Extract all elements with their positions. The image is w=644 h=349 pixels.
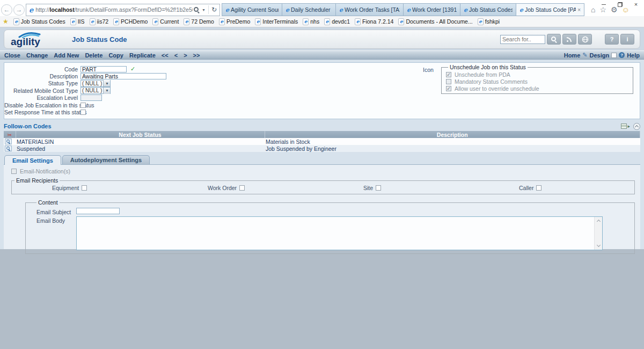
next-job-status-cell: MATERIALSIN bbox=[16, 138, 265, 145]
add-favorite-icon[interactable]: ★ bbox=[3, 18, 9, 25]
code-field[interactable] bbox=[80, 66, 127, 72]
scroll-down-icon[interactable] bbox=[595, 242, 603, 250]
web-button[interactable] bbox=[578, 34, 592, 45]
table-row-materialsin[interactable]: MATERIALSIN Materials in Stock bbox=[4, 138, 640, 145]
work-order-checkbox[interactable] bbox=[239, 185, 245, 191]
followon-header: Follow-on Codes ▸ bbox=[4, 121, 640, 131]
refresh-icon[interactable]: ↻ bbox=[211, 6, 217, 13]
settings-tabstrip: Email Settings Autodeployment Settings bbox=[4, 155, 640, 164]
export-icon[interactable]: ▸ bbox=[621, 123, 630, 129]
address-bar[interactable]: e http://localhost/trunk/DetailForm.aspx… bbox=[26, 4, 220, 16]
last-record-button[interactable]: >> bbox=[193, 52, 200, 59]
bookmark-devdc1[interactable]: edevdc1 bbox=[324, 18, 350, 25]
collapse-icon[interactable] bbox=[633, 123, 640, 130]
open-record-icon[interactable] bbox=[5, 139, 12, 144]
browser-tab-job-status-codes[interactable]: eJob Status Codes bbox=[460, 3, 516, 16]
description-column: Description bbox=[265, 131, 640, 138]
bookmark-fiona[interactable]: eFiona 7.2.14 bbox=[355, 18, 393, 25]
bookmark-fshkpi[interactable]: efshkpi bbox=[478, 18, 500, 25]
ie-bookmark-icon: e bbox=[303, 18, 309, 25]
bookmark-current[interactable]: eCurrent bbox=[152, 18, 179, 25]
copy-button[interactable]: Copy bbox=[108, 52, 123, 59]
bookmark-interterminals[interactable]: eInterTerminals bbox=[255, 18, 298, 25]
bookmark-72demo[interactable]: e72 Demo bbox=[184, 18, 214, 25]
bookmark-iis[interactable]: eIIS bbox=[70, 18, 85, 25]
search-icon[interactable] bbox=[194, 7, 200, 13]
email-body-textarea[interactable] bbox=[76, 216, 603, 250]
tab-close-icon[interactable]: × bbox=[577, 7, 581, 13]
set-response-time-checkbox[interactable] bbox=[80, 110, 86, 115]
chevron-down-icon[interactable]: ▼ bbox=[103, 80, 110, 86]
code-row: Code ✓ bbox=[4, 66, 166, 72]
restore-button[interactable] bbox=[612, 0, 628, 9]
email-notification-checkbox[interactable] bbox=[11, 169, 17, 174]
status-type-select[interactable]: ( NULL )▼ bbox=[80, 80, 111, 87]
table-row-suspended[interactable]: Suspended Job Suspended by Engineer bbox=[4, 145, 640, 152]
add-new-button[interactable]: Add New bbox=[54, 52, 79, 59]
previous-record-button[interactable]: < bbox=[174, 52, 178, 59]
browser-tab-agility-current-sources[interactable]: eAgility Current Sources bbox=[222, 3, 282, 16]
bookmark-iis72[interactable]: eiis72 bbox=[90, 18, 109, 25]
bookmark-predemo[interactable]: ePreDemo bbox=[219, 18, 250, 25]
chevron-down-icon[interactable]: ▼ bbox=[103, 88, 110, 94]
tab-autodeployment-settings[interactable]: Autodeployment Settings bbox=[62, 155, 150, 164]
ie-bookmark-icon: e bbox=[113, 18, 119, 25]
home-button[interactable]: Home bbox=[564, 52, 581, 59]
scissors-icon: ✂ bbox=[8, 132, 12, 138]
address-dropdown-icon[interactable]: ▼ bbox=[202, 8, 206, 12]
info-button[interactable]: i bbox=[620, 34, 634, 45]
escalation-level-field[interactable] bbox=[80, 94, 102, 101]
browser-tab-daily-scheduler[interactable]: eDaily Scheduler bbox=[282, 3, 335, 16]
icon-label: Icon bbox=[423, 67, 434, 73]
help-button[interactable]: ? bbox=[605, 34, 619, 45]
ie-bookmark-icon: e bbox=[255, 18, 261, 25]
caller-checkbox[interactable] bbox=[536, 185, 541, 191]
email-body-input[interactable] bbox=[77, 217, 594, 250]
ie-bookmark-icon: e bbox=[152, 18, 158, 25]
minimize-button[interactable] bbox=[596, 0, 612, 9]
unschedule-from-pda-checkbox[interactable]: ✓ bbox=[446, 72, 451, 77]
design-label: Design bbox=[589, 52, 609, 59]
disable-escalation-checkbox[interactable] bbox=[80, 103, 86, 108]
home-icon[interactable]: ⌂ bbox=[591, 5, 595, 14]
change-button[interactable]: Change bbox=[26, 52, 48, 59]
description-row: Description bbox=[4, 72, 166, 79]
scrollbar[interactable] bbox=[594, 217, 602, 250]
bookmark-nhs[interactable]: enhs bbox=[303, 18, 319, 25]
close-record-button[interactable]: Close bbox=[4, 52, 20, 59]
code-label: Code bbox=[4, 66, 80, 72]
forward-button[interactable]: → bbox=[13, 4, 25, 16]
help-link[interactable]: Help bbox=[627, 52, 640, 59]
browser-tab-job-status-code-part[interactable]: eJob Status Code [PART]× bbox=[516, 3, 584, 16]
form-content: Code ✓ Description Status Type ( NULL )▼… bbox=[0, 60, 644, 249]
next-record-button[interactable]: > bbox=[184, 52, 187, 59]
replicate-button[interactable]: Replicate bbox=[129, 52, 156, 59]
escalation-level-row: Escalation Level bbox=[4, 94, 166, 101]
browser-tab-work-order[interactable]: eWork Order [13911] bbox=[403, 3, 460, 16]
tab-email-settings[interactable]: Email Settings bbox=[4, 155, 61, 165]
site-checkbox[interactable] bbox=[376, 185, 381, 191]
design-checkbox[interactable] bbox=[611, 53, 617, 58]
related-mobile-cost-type-select[interactable]: ( NULL )▼ bbox=[80, 87, 111, 94]
allow-override-unschedule-checkbox[interactable]: ✓ bbox=[446, 86, 451, 91]
browser-tab-work-order-tasks[interactable]: eWork Order Tasks [TASK01 in... bbox=[335, 3, 403, 16]
forward-icon: → bbox=[16, 6, 23, 13]
open-record-icon[interactable] bbox=[5, 146, 12, 151]
first-record-button[interactable]: << bbox=[162, 52, 169, 59]
email-subject-field[interactable] bbox=[76, 208, 120, 214]
search-button[interactable] bbox=[547, 34, 561, 45]
bookmark-documents[interactable]: eDocuments - All Docume... bbox=[398, 18, 472, 25]
back-button[interactable]: ← bbox=[1, 4, 12, 16]
description-field[interactable] bbox=[80, 73, 166, 79]
equipment-checkbox[interactable] bbox=[82, 185, 87, 191]
delete-button[interactable]: Delete bbox=[85, 52, 103, 59]
scroll-up-icon[interactable] bbox=[595, 217, 603, 224]
bookmark-pchdemo[interactable]: ePCHDemo bbox=[113, 18, 148, 25]
close-button[interactable]: × bbox=[628, 0, 644, 9]
mandatory-status-comments-checkbox[interactable] bbox=[446, 79, 451, 84]
bookmark-job-status-codes[interactable]: eJob Status Codes bbox=[13, 18, 65, 25]
description-cell: Materials in Stock bbox=[265, 138, 640, 145]
rss-button[interactable] bbox=[562, 34, 576, 45]
ie-tab-icon: e bbox=[519, 6, 523, 13]
search-input[interactable] bbox=[500, 35, 545, 44]
